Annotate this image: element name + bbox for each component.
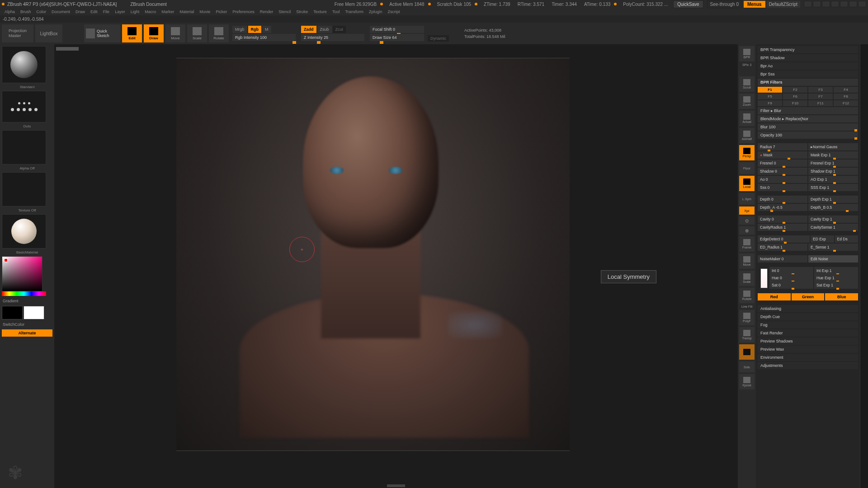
canvas-tab[interactable]	[56, 47, 79, 51]
bpr-shadow-section[interactable]: BPR Shadow	[758, 54, 858, 61]
sat-exp-slider[interactable]: Sat Exp 1	[814, 282, 858, 289]
projection-master-button[interactable]: ProjectionMaster	[2, 24, 33, 42]
alpha-selector[interactable]	[2, 130, 46, 164]
pf-button[interactable]: ⊙	[739, 216, 755, 225]
menu-movie[interactable]: Movie	[199, 9, 210, 14]
red-toggle[interactable]: Red	[758, 293, 791, 300]
menu-draw[interactable]: Draw	[75, 9, 85, 14]
scale-view-button[interactable]: Scale	[739, 271, 755, 286]
draw-size-slider[interactable]: Draw Size 64	[370, 34, 424, 41]
seethrough-slider[interactable]: See-through 0	[707, 0, 742, 8]
menu-alpha[interactable]: Alpha	[5, 9, 15, 14]
quick-sketch-button[interactable]: Quick Sketch	[84, 24, 120, 42]
mrgb-button[interactable]: Mrgb	[232, 26, 247, 33]
color-picker[interactable]	[2, 256, 42, 291]
local-button[interactable]: Local	[739, 176, 755, 191]
bpr-transparency-section[interactable]: BPR Transparency	[758, 46, 858, 53]
defaultscript-button[interactable]: DefaultZScript	[766, 1, 800, 8]
sss-exp-slider[interactable]: SSS Exp 1	[808, 184, 858, 191]
menus-button[interactable]: Menus	[744, 1, 765, 8]
depth-exp-slider[interactable]: Depth Exp 1	[808, 196, 858, 203]
cavity-sense-slider[interactable]: CavitySense 1	[808, 224, 858, 231]
xpose-button[interactable]: Xpose	[739, 374, 755, 389]
zcut-button[interactable]: Zcut	[333, 26, 346, 33]
filter-type-select[interactable]: Filter ▸ Blur	[758, 107, 858, 114]
gradient-label[interactable]: Gradient	[2, 298, 52, 304]
zadd-button[interactable]: Zadd	[301, 26, 316, 33]
blendmode-select[interactable]: BlendMode ▸ Replace(Nor	[758, 115, 858, 122]
menu-macro[interactable]: Macro	[145, 9, 156, 14]
edgedetect-slider[interactable]: EdgeDetect 0	[758, 235, 810, 243]
frame-button[interactable]: Frame	[739, 236, 755, 252]
filter-f12-button[interactable]: F12	[834, 100, 858, 106]
mask-exp-slider[interactable]: Mask Exp 1	[808, 151, 858, 159]
alternate-button[interactable]: Alternate	[2, 329, 52, 337]
shadow-slider[interactable]: Shadow 0	[758, 168, 807, 175]
quicksave-button[interactable]: QuickSave	[673, 0, 703, 8]
hue-exp-slider[interactable]: Hue Exp 1	[814, 274, 858, 282]
ed-ds-button[interactable]: Ed Ds	[835, 235, 859, 243]
hue-slider[interactable]: Hue 0	[769, 274, 813, 282]
green-toggle[interactable]: Green	[792, 293, 825, 300]
draw-button[interactable]: Draw	[144, 24, 164, 42]
e-sense-slider[interactable]: E_Sense 1	[808, 244, 858, 251]
menu-tool[interactable]: Tool	[332, 9, 340, 14]
ghost-button[interactable]	[739, 344, 755, 360]
fog-section[interactable]: Fog	[758, 321, 858, 328]
bpr-button[interactable]: BPR	[739, 46, 755, 61]
menu-zplugin[interactable]: Zplugin	[369, 9, 382, 14]
filter-f1-button[interactable]: F1	[758, 87, 782, 93]
focal-shift-slider[interactable]: Focal Shift 0	[370, 26, 424, 33]
scale-button[interactable]: Scale	[187, 24, 207, 42]
antialiasing-section[interactable]: Antialiasing	[758, 305, 858, 312]
canvas-resize-handle[interactable]	[387, 484, 405, 487]
pf2-button[interactable]: ⊕	[739, 226, 755, 235]
actual-button[interactable]: Actual	[739, 111, 755, 126]
m-button[interactable]: M	[262, 26, 271, 33]
window-button[interactable]	[822, 1, 830, 7]
rgb-intensity-slider[interactable]: Rgb Intensity 100	[232, 34, 296, 41]
menu-marker[interactable]: Marker	[161, 9, 174, 14]
rotate-button[interactable]: Rotate	[209, 24, 229, 42]
menu-light[interactable]: Light	[131, 9, 140, 14]
edit-button[interactable]: Edit	[122, 24, 142, 42]
ao-slider[interactable]: Ao 0	[758, 176, 807, 183]
depth-slider[interactable]: Depth 0	[758, 196, 807, 203]
close-button[interactable]	[858, 1, 866, 7]
zsub-button[interactable]: Zsub	[317, 26, 332, 33]
persp-button[interactable]: Persp	[739, 145, 755, 160]
stroke-selector[interactable]	[2, 91, 46, 122]
menu-layer[interactable]: Layer	[115, 9, 125, 14]
filter-f11-button[interactable]: F11	[808, 100, 833, 106]
depth-a-slider[interactable]: Depth_A -0.5	[758, 204, 807, 211]
window-button[interactable]	[813, 1, 821, 7]
spix-slider[interactable]: SPix 3	[742, 63, 751, 66]
viewport[interactable]	[176, 58, 570, 451]
lsym-button[interactable]: L.Sym	[739, 193, 755, 205]
sss-slider[interactable]: Sss 0	[758, 184, 807, 191]
filter-f3-button[interactable]: F3	[808, 87, 833, 93]
menu-document[interactable]: Document	[52, 9, 70, 14]
menu-zscript[interactable]: Zscript	[388, 9, 400, 14]
solo-button[interactable]: Solo	[739, 361, 755, 372]
xyz-button[interactable]: Xyz	[739, 206, 755, 215]
filter-f8-button[interactable]: F8	[834, 94, 858, 99]
preview-shadows-section[interactable]: Preview Shadows	[758, 338, 858, 345]
sat-slider[interactable]: Sat 0	[769, 282, 813, 289]
move-view-button[interactable]: Move	[739, 253, 755, 269]
menu-edit[interactable]: Edit	[90, 9, 98, 14]
scroll-button[interactable]: Scroll	[739, 76, 755, 92]
ed-radius-slider[interactable]: ED_Radius 1	[758, 244, 807, 251]
tray-handle[interactable]	[860, 44, 868, 488]
shadow-exp-slider[interactable]: Shadow Exp 1	[808, 168, 858, 175]
texture-selector[interactable]	[2, 172, 46, 206]
lightbox-button[interactable]: LightBox	[35, 24, 62, 42]
maximize-button[interactable]	[849, 1, 857, 7]
rgb-button[interactable]: Rgb	[248, 26, 262, 33]
aahalf-button[interactable]: AAHalf	[739, 128, 755, 143]
cavity-radius-slider[interactable]: CavityRadius 1	[758, 224, 807, 231]
mask-slider[interactable]: ● Mask	[758, 151, 807, 159]
blur-slider[interactable]: Blur 100	[758, 123, 858, 131]
filter-f7-button[interactable]: F7	[808, 94, 833, 99]
move-button[interactable]: Move	[165, 24, 185, 42]
